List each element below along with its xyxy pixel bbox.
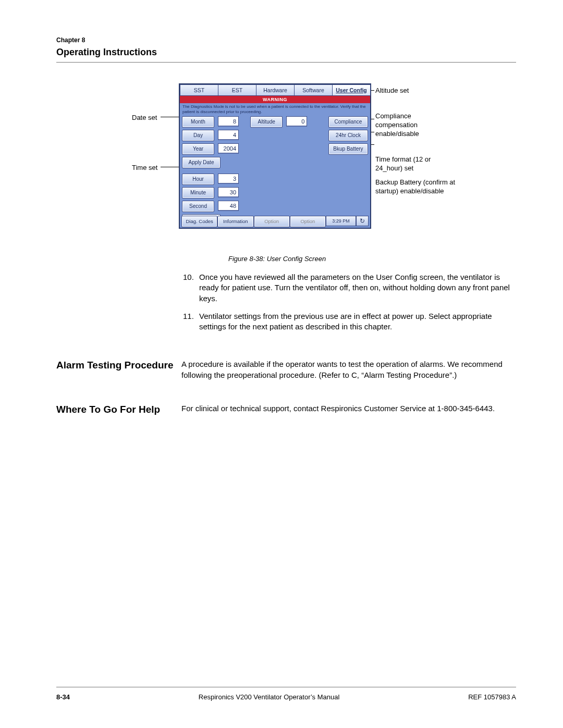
btn-apply-date[interactable]: Apply Date	[182, 157, 221, 168]
alarm-body: A procedure is available if the operator…	[181, 359, 516, 380]
tab-row: SST EST Hardware Software User Config	[180, 84, 370, 96]
warning-banner: WARNING	[180, 96, 370, 103]
btn-diag-codes[interactable]: Diag. Codes	[181, 216, 217, 227]
val-altitude[interactable]: 0	[286, 116, 307, 127]
figure-wrapper: Date set Time set Altitude set Complianc…	[56, 83, 516, 266]
step-10: Once you have reviewed all the parameter…	[196, 272, 516, 304]
btn-24hr-clock[interactable]: 24hr Clock	[328, 130, 368, 141]
warning-text: The Diagnostics Mode is not to be used w…	[180, 103, 370, 116]
right-button-column: Compliance 24hr Clock Bkup Battery	[328, 116, 368, 157]
arrow-time-set	[161, 167, 181, 167]
footer-rule	[56, 687, 516, 687]
tab-hardware[interactable]: Hardware	[256, 84, 295, 96]
tab-user-config[interactable]: User Config	[332, 84, 371, 96]
step-list: Once you have reviewed all the parameter…	[181, 272, 516, 332]
help-body: For clinical or technical support, conta…	[181, 403, 516, 416]
callout-compliance: Compliance compensation enable/disable	[375, 112, 454, 139]
top-rule	[56, 62, 516, 63]
btn-bkup-battery[interactable]: Bkup Battery	[328, 143, 368, 155]
callout-backup-battery: Backup Battery (confirm at startup) enab…	[375, 178, 459, 196]
alarm-heading: Alarm Testing Procedure	[56, 359, 181, 380]
refresh-icon[interactable]: ↻	[356, 216, 369, 226]
footer-ref: REF 1057983 A	[468, 693, 516, 701]
callout-time-format: Time format (12 or 24_hour) set	[375, 155, 459, 173]
btn-option-2[interactable]: Option	[290, 216, 326, 227]
btn-option-1[interactable]: Option	[254, 216, 290, 227]
btn-hour[interactable]: Hour	[182, 174, 214, 185]
btn-day[interactable]: Day	[182, 130, 214, 141]
chapter-label: Chapter 8	[56, 36, 516, 44]
footer-title: Respironics V200 Ventilator Operator’s M…	[199, 693, 340, 701]
ventilator-panel: SST EST Hardware Software User Config WA…	[179, 83, 371, 229]
btn-month[interactable]: Month	[182, 116, 214, 128]
callout-altitude: Altitude set	[375, 87, 409, 95]
tab-sst[interactable]: SST	[180, 84, 218, 96]
panel-body: Month 8 Altitude 0 Day 4 Year 2004 Apply…	[180, 116, 370, 226]
panel-bottom-row: Diag. Codes Information Option Option 3:…	[181, 216, 369, 226]
btn-minute[interactable]: Minute	[182, 187, 214, 199]
btn-second[interactable]: Second	[182, 201, 214, 212]
panel-clock: 3:29 PM	[326, 216, 356, 226]
arrow-date-set	[161, 117, 181, 117]
btn-information[interactable]: Information	[217, 216, 253, 227]
val-month[interactable]: 8	[218, 116, 239, 127]
btn-compliance[interactable]: Compliance	[328, 116, 368, 128]
val-second[interactable]: 48	[218, 201, 239, 211]
btn-year[interactable]: Year	[182, 143, 214, 155]
section-title: Operating Instructions	[56, 47, 516, 58]
val-minute[interactable]: 30	[218, 187, 239, 198]
val-hour[interactable]: 3	[218, 174, 239, 184]
val-year[interactable]: 2004	[218, 143, 239, 154]
figure-caption: Figure 8-38: User Config Screen	[228, 255, 326, 263]
btn-altitude[interactable]: Altitude	[250, 116, 283, 128]
callout-time-set: Time set	[132, 164, 157, 172]
help-heading: Where To Go For Help	[56, 403, 181, 416]
page-footer: 8-34 Respironics V200 Ventilator Operato…	[56, 693, 516, 701]
val-day[interactable]: 4	[218, 130, 239, 140]
tab-est[interactable]: EST	[218, 84, 256, 96]
callout-date-set: Date set	[132, 114, 157, 122]
step-11: Ventilator settings from the previous us…	[196, 311, 516, 332]
tab-software[interactable]: Software	[294, 84, 333, 96]
page-number: 8-34	[56, 693, 70, 701]
